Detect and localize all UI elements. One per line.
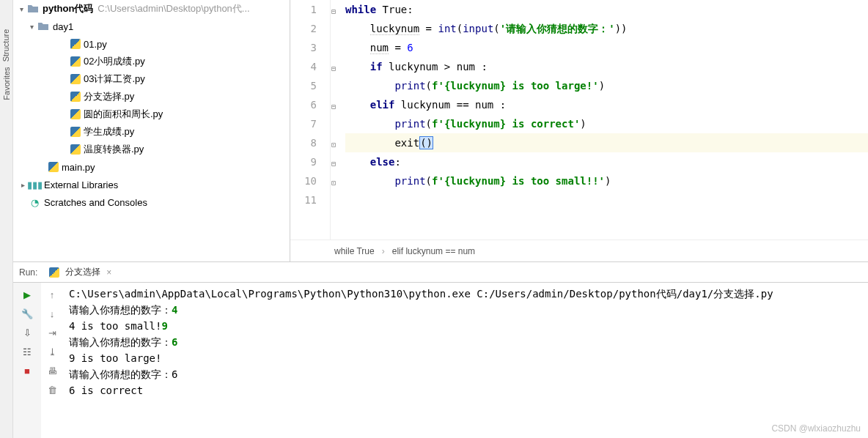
file-item[interactable]: 01.py	[13, 35, 290, 53]
rail-structure-label[interactable]: Structure	[2, 29, 11, 62]
line-gutter: 1234567891011	[290, 0, 331, 240]
code-content[interactable]: while True: luckynum = int(input('请输入你猜想…	[341, 0, 868, 240]
file-item[interactable]: 学生成绩.py	[13, 123, 290, 141]
folder-icon	[26, 3, 40, 15]
python-icon	[49, 267, 59, 278]
rerun-button[interactable]: ▶	[18, 286, 37, 303]
down-arrow-button[interactable]: ↓	[43, 305, 61, 322]
folder-icon	[37, 21, 50, 32]
file-item[interactable]: 分支选择.py	[13, 88, 290, 105]
fold-icon[interactable]: ⊟	[331, 59, 336, 78]
file-item[interactable]: 温度转换器.py	[13, 141, 290, 158]
fold-icon[interactable]: ⊡	[331, 136, 336, 155]
file-item[interactable]: 圆的面积和周长.py	[13, 105, 290, 123]
settings-button[interactable]: 🔧	[18, 305, 37, 322]
layout-button[interactable]: ☷	[18, 343, 37, 360]
python-file-icon	[70, 74, 81, 84]
breadcrumb-sep: ›	[382, 246, 385, 256]
python-file-icon	[70, 144, 81, 155]
run-toolbar-secondary: ↑ ↓ ⇥ ⤓ 🖶 🗑	[41, 283, 63, 438]
fold-column[interactable]: ⊟ ⊟ ⊟ ⊡ ⊟ ⊡	[331, 0, 341, 240]
scratches-consoles[interactable]: ◔ Scratches and Consoles	[13, 193, 290, 211]
project-root-path: C:\Users\admin\Desktop\python代...	[98, 2, 249, 15]
fold-icon[interactable]: ⊟	[331, 97, 336, 116]
project-root[interactable]: ▾ python代码 C:\Users\admin\Desktop\python…	[13, 0, 290, 18]
breadcrumb-item[interactable]: while True	[334, 246, 375, 256]
ide-left-rail: Structure Favorites	[0, 0, 13, 438]
run-toolbar-primary: ▶ 🔧 ⇩ ☷ ■	[13, 283, 41, 438]
fold-icon[interactable]: ⊟	[331, 155, 336, 174]
stop-button[interactable]: ■	[18, 362, 37, 379]
chevron-down-icon: ▾	[16, 5, 26, 13]
close-icon[interactable]: ×	[106, 267, 111, 278]
rail-favorites-label[interactable]: Favorites	[2, 67, 11, 100]
down-button[interactable]: ⇩	[18, 324, 37, 341]
run-tabs: Run: 分支选择 ×	[13, 262, 868, 283]
python-file-icon	[70, 127, 81, 137]
trash-button[interactable]: 🗑	[43, 381, 61, 398]
scratch-icon: ◔	[28, 196, 41, 208]
run-label: Run:	[19, 267, 37, 278]
external-libraries[interactable]: ▸ ▮▮▮ External Libraries	[13, 176, 290, 193]
python-file-icon	[48, 162, 59, 172]
up-arrow-button[interactable]: ↑	[43, 286, 61, 303]
file-item[interactable]: 03计算工资.py	[13, 70, 290, 88]
scroll-end-button[interactable]: ⤓	[43, 343, 61, 360]
soft-wrap-button[interactable]: ⇥	[43, 324, 61, 341]
project-sidebar: ▾ python代码 C:\Users\admin\Desktop\python…	[13, 0, 290, 261]
watermark: CSDN @wlxiaozhuzhu	[771, 423, 861, 434]
python-file-icon	[70, 109, 81, 119]
python-file-icon	[70, 56, 81, 67]
breadcrumbs[interactable]: while True › elif luckynum == num	[290, 240, 868, 261]
file-item[interactable]: 02小明成绩.py	[13, 53, 290, 70]
code-editor[interactable]: 1234567891011 ⊟ ⊟ ⊟ ⊡ ⊟ ⊡ while True: lu…	[290, 0, 868, 261]
python-file-icon	[70, 92, 81, 102]
run-tab[interactable]: 分支选择 ×	[49, 266, 111, 278]
print-button[interactable]: 🖶	[43, 362, 61, 379]
python-file-icon	[70, 39, 81, 49]
run-panel: Run: 分支选择 × ▶ 🔧 ⇩ ☷ ■ ↑ ↓ ⇥ ⤓ 🖶 🗑 C:\Use…	[13, 262, 868, 438]
console-command: C:\Users\admin\AppData\Local\Programs\Py…	[69, 288, 773, 300]
library-icon: ▮▮▮	[28, 179, 41, 190]
folder-label: day1	[53, 21, 73, 32]
project-root-label: python代码	[43, 2, 93, 15]
fold-icon[interactable]: ⊡	[331, 174, 336, 193]
chevron-down-icon: ▾	[26, 23, 37, 31]
console-output[interactable]: C:\Users\admin\AppData\Local\Programs\Py…	[63, 283, 868, 438]
breadcrumb-item[interactable]: elif luckynum == num	[392, 246, 475, 256]
file-item[interactable]: main.py	[13, 158, 290, 176]
fold-icon[interactable]: ⊟	[331, 2, 336, 21]
folder-day1[interactable]: ▾ day1	[13, 18, 290, 35]
